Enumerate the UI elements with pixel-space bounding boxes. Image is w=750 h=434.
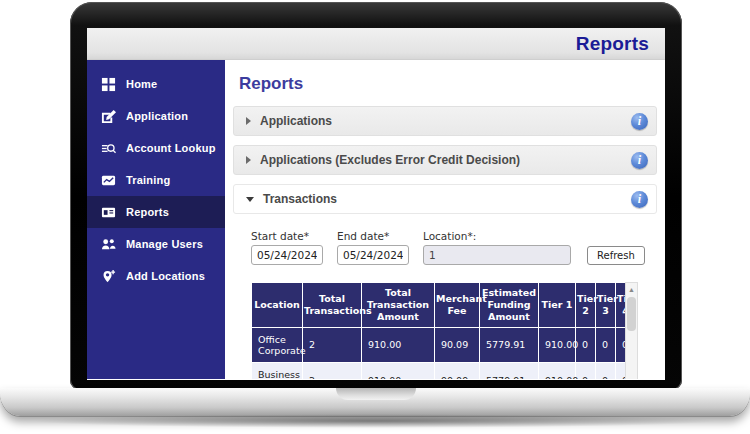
sidebar-item-label: Home: [126, 78, 157, 90]
scroll-up-arrow-icon[interactable]: ▲: [628, 283, 635, 295]
cell-tier4: 0: [616, 363, 625, 379]
cell-estimated-funding: 5779.91: [480, 328, 538, 363]
column-header: Tier 3: [596, 283, 615, 327]
location-input[interactable]: [423, 245, 571, 265]
page-title: Reports: [239, 74, 657, 94]
refresh-button[interactable]: Refresh: [587, 246, 645, 265]
table-row[interactable]: Office Corporate 2 910.00 90.09 5779.91 …: [252, 328, 625, 363]
column-header: Total Transaction Amount: [362, 283, 434, 327]
app-header-title: Reports: [576, 33, 649, 55]
info-icon[interactable]: i: [631, 191, 648, 208]
cell-tier1: 910.00: [539, 363, 575, 379]
cell-tier3: 0: [596, 363, 615, 379]
accordion-applications[interactable]: Applications i: [233, 106, 657, 136]
chevron-down-icon: [246, 197, 254, 202]
cell-total-transaction-amount: 910.00: [362, 363, 434, 379]
column-header: Merchant Fee: [435, 283, 479, 327]
cell-merchant-fee: 90.09: [435, 328, 479, 363]
info-icon[interactable]: i: [631, 113, 648, 130]
laptop-shadow: [30, 414, 720, 428]
column-header: Tier 4: [616, 283, 625, 327]
table-header-row: Location Total Transactions Total Transa…: [252, 283, 625, 327]
sidebar-item-manage-users[interactable]: Manage Users: [87, 228, 225, 260]
sidebar-item-label: Training: [126, 174, 170, 186]
sidebar-item-application[interactable]: Application: [87, 100, 225, 132]
add-locations-pin-icon: [101, 269, 116, 284]
accordion-label: Applications (Excludes Error Credit Deci…: [260, 153, 520, 167]
accordion-label: Applications: [260, 114, 332, 128]
cell-total-transaction-amount: 910.00: [362, 328, 434, 363]
account-lookup-icon: [101, 141, 116, 156]
cell-tier1: 910.00: [539, 328, 575, 363]
sidebar-item-label: Application: [126, 110, 188, 122]
accordion-label: Transactions: [263, 192, 337, 206]
cell-tier4: 0: [616, 328, 625, 363]
column-header: Estimated Funding Amount: [480, 283, 538, 327]
sidebar-item-add-locations[interactable]: Add Locations: [87, 260, 225, 292]
sidebar-item-label: Add Locations: [126, 270, 205, 282]
sidebar-item-reports[interactable]: Reports: [87, 196, 229, 228]
info-icon[interactable]: i: [631, 152, 648, 169]
chevron-right-icon: [246, 156, 251, 164]
laptop-mockup: Reports Home Application: [0, 0, 750, 434]
end-date-input[interactable]: [337, 245, 409, 265]
cell-total-transactions: 2: [303, 328, 361, 363]
transactions-table: Location Total Transactions Total Transa…: [251, 282, 625, 379]
sidebar-item-home[interactable]: Home: [87, 68, 225, 100]
cell-location: Office Corporate: [252, 328, 302, 363]
accordion-transactions[interactable]: Transactions i: [233, 184, 657, 214]
sidebar-item-label: Account Lookup: [126, 142, 216, 154]
sidebar-item-label: Reports: [126, 206, 169, 218]
laptop-hinge-notch: [336, 388, 416, 400]
cell-estimated-funding: 5779.91: [480, 363, 538, 379]
cell-merchant-fee: 90.09: [435, 363, 479, 379]
application-edit-icon: [101, 109, 116, 124]
transactions-filter-bar: Start date* End date* Location*: Refresh: [233, 214, 657, 265]
app-screen: Reports Home Application: [87, 28, 665, 380]
cell-total-transactions: 2: [303, 363, 361, 379]
column-header: Tier 2: [576, 283, 595, 327]
home-grid-icon: [101, 77, 116, 92]
column-header: Location: [252, 283, 302, 327]
transactions-table-zone: Location Total Transactions Total Transa…: [251, 282, 657, 379]
sidebar-item-account-lookup[interactable]: Account Lookup: [87, 132, 225, 164]
cell-tier2: 0: [576, 328, 595, 363]
sidebar-item-training[interactable]: Training: [87, 164, 225, 196]
table-vertical-scrollbar[interactable]: ▲: [625, 282, 638, 379]
end-date-label: End date*: [337, 230, 409, 242]
cell-location: Business Name: [252, 363, 302, 379]
training-chart-icon: [101, 173, 116, 188]
transactions-table-viewport: Location Total Transactions Total Transa…: [251, 282, 625, 379]
accordion-applications-excludes[interactable]: Applications (Excludes Error Credit Deci…: [233, 145, 657, 175]
cell-tier3: 0: [596, 328, 615, 363]
scrollbar-thumb[interactable]: [627, 297, 636, 331]
chevron-right-icon: [246, 117, 251, 125]
reports-card-icon: [101, 205, 116, 220]
main-content: Reports Applications i Applications (Exc…: [225, 60, 665, 379]
table-row[interactable]: Business Name 2 910.00 90.09 5779.91 910…: [252, 363, 625, 379]
app-header: Reports: [87, 28, 665, 60]
sidebar: Home Application Account Lookup: [87, 60, 225, 379]
start-date-input[interactable]: [251, 245, 323, 265]
laptop-bezel: Reports Home Application: [70, 2, 682, 390]
sidebar-item-label: Manage Users: [126, 238, 203, 250]
start-date-label: Start date*: [251, 230, 323, 242]
manage-users-icon: [101, 237, 116, 252]
column-header: Tier 1: [539, 283, 575, 327]
cell-tier2: 0: [576, 363, 595, 379]
location-label: Location*:: [423, 230, 571, 242]
column-header: Total Transactions: [303, 283, 361, 327]
